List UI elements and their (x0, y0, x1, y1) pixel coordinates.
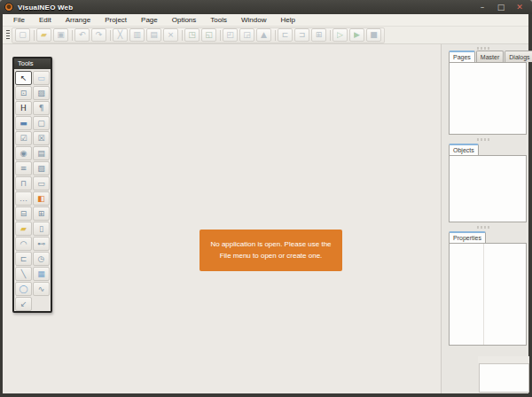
menu-bar: FileEditArrangeProjectPageOptionsToolsWi… (3, 14, 528, 27)
objects-panel: Objects (449, 144, 527, 222)
tool-button[interactable]: ▢ (33, 116, 50, 130)
toolbar-button[interactable]: ▥ (129, 28, 145, 42)
toolbar-button[interactable]: ◳ (184, 28, 200, 42)
tool-button[interactable]: ▧ (33, 161, 50, 175)
tool-button[interactable]: ≡ (15, 161, 32, 175)
pages-panel-tab[interactable]: Master (476, 51, 504, 62)
maximize-button[interactable]: □ (496, 2, 506, 12)
tool-button[interactable]: ▦ (33, 267, 50, 281)
toolbar-button[interactable]: ◰ (223, 28, 238, 42)
tool-button[interactable]: ◷ (33, 252, 50, 266)
objects-list[interactable] (449, 155, 527, 222)
tool-button-icon: ¶ (39, 104, 44, 113)
properties-grid[interactable] (449, 243, 527, 346)
tool-button[interactable]: ¶ (33, 101, 50, 115)
right-sidebar: PagesMasterDialogs Objects Properties (441, 44, 528, 393)
menu-item[interactable]: Edit (32, 14, 59, 26)
toolbar-button-icon: ↷ (96, 31, 103, 39)
menu-item[interactable]: Help (273, 14, 301, 26)
tools-palette-title[interactable]: Tools (14, 58, 51, 69)
toolbar-button[interactable]: ⊞ (311, 28, 326, 42)
window-title: VisualNEO Web (18, 4, 73, 12)
objects-panel-tab[interactable]: Objects (449, 144, 479, 155)
toolbar-button[interactable]: ▢ (15, 28, 30, 42)
menu-item[interactable]: Arrange (59, 14, 98, 26)
toolbar-button-icon: ▶ (354, 31, 360, 39)
tool-button[interactable]: H (15, 101, 32, 115)
pages-list[interactable] (449, 62, 527, 135)
tool-button[interactable]: ☒ (33, 131, 50, 145)
tool-button[interactable]: ∿ (33, 282, 50, 296)
bottom-panel-strip (478, 356, 529, 363)
toolbar-button-icon: × (168, 31, 175, 39)
tool-button[interactable]: ☑ (15, 131, 32, 145)
toolbar-button[interactable]: ▰ (36, 28, 51, 42)
tool-button[interactable]: ◧ (33, 191, 50, 206)
tool-button[interactable]: ⊞ (33, 206, 50, 221)
tool-button[interactable]: ↙ (15, 297, 32, 311)
toolbar-button[interactable]: ▶ (349, 28, 364, 42)
toolbar-grip[interactable] (6, 30, 10, 41)
toolbar-button[interactable]: ◱ (201, 28, 216, 42)
toolbar-button[interactable]: ▤ (146, 28, 161, 42)
tool-button-icon: H (20, 104, 27, 113)
tool-button[interactable]: ▯ (33, 222, 50, 236)
tool-button[interactable]: ▭ (33, 71, 50, 85)
tool-button-icon: ▨ (37, 89, 45, 97)
menu-item[interactable]: Options (165, 14, 204, 26)
pages-panel-tab[interactable]: Pages (449, 51, 475, 62)
tool-button[interactable]: ⊡ (15, 86, 32, 100)
tool-button[interactable]: ▭ (33, 176, 50, 191)
close-button[interactable]: ✕ (514, 2, 525, 12)
menu-item[interactable]: Project (98, 14, 134, 26)
menu-item[interactable]: Window (234, 14, 273, 26)
toolbar-button[interactable]: ↷ (91, 28, 106, 42)
toolbar-button-icon: ◱ (205, 31, 213, 39)
panel-grip[interactable] (477, 138, 491, 141)
tool-button-icon: ⊞ (38, 209, 45, 218)
tool-button[interactable]: ▨ (33, 86, 50, 100)
toolbar-button[interactable]: ◲ (239, 28, 254, 42)
title-bar[interactable]: VisualNEO Web – □ ✕ (0, 0, 532, 14)
tool-button[interactable]: ⊟ (15, 206, 32, 221)
toolbar-button[interactable]: ⊏ (278, 28, 293, 42)
pages-panel-tab[interactable]: Dialogs (505, 51, 532, 62)
tool-button-icon: ▧ (37, 164, 45, 173)
toolbar-button[interactable]: ▣ (53, 28, 68, 42)
toolbar-button[interactable]: × (163, 28, 178, 42)
toolbar-button[interactable]: ▲ (256, 28, 271, 42)
toolbar-button-icon: ▣ (57, 31, 65, 39)
toolbar-button[interactable]: ■ (366, 28, 381, 42)
toolbar-button-icon: ⊏ (282, 31, 289, 39)
properties-panel-tab[interactable]: Properties (449, 231, 486, 243)
menu-item[interactable]: File (6, 14, 32, 26)
tool-button[interactable]: ⊓ (15, 176, 32, 191)
minimize-button[interactable]: – (477, 2, 488, 12)
tool-button[interactable]: ▬ (15, 116, 32, 130)
toolbar-button[interactable]: ╳ (113, 28, 128, 42)
panel-grip[interactable] (477, 226, 491, 229)
menu-item[interactable]: Tools (203, 14, 234, 26)
tool-button[interactable]: ▤ (33, 146, 50, 160)
tool-button-icon: ◷ (38, 254, 45, 263)
tool-button[interactable]: ◯ (15, 282, 32, 296)
panel-grip[interactable] (477, 47, 491, 50)
bottom-mini-panel[interactable] (479, 363, 529, 393)
toolbar-strip: ▢ ▰ ▣ ↶ ↷ ╳ ▥ ▤ × ◳ (12, 27, 385, 43)
tool-button[interactable]: ⊷ (33, 237, 50, 251)
menu-item[interactable]: Page (134, 14, 165, 26)
properties-column-divider (483, 244, 484, 345)
tool-button[interactable]: ▰ (15, 222, 32, 236)
tool-button[interactable]: … (15, 191, 32, 206)
tool-button[interactable]: ◠ (15, 237, 32, 251)
toolbar-button-icon: ◳ (188, 31, 196, 39)
tool-button-icon: … (20, 194, 27, 203)
toolbar-button[interactable]: ⊐ (294, 28, 309, 42)
tool-button[interactable]: ◉ (15, 146, 32, 160)
tool-button[interactable]: ⊏ (15, 252, 32, 266)
tool-button[interactable]: ↖ (15, 71, 32, 85)
toolbar-button[interactable]: ↶ (74, 28, 90, 42)
toolbar-button[interactable]: ▷ (332, 28, 348, 42)
canvas-area[interactable]: PagesMasterDialogs Objects Properties (3, 44, 528, 393)
tool-button[interactable]: ╲ (15, 267, 32, 281)
